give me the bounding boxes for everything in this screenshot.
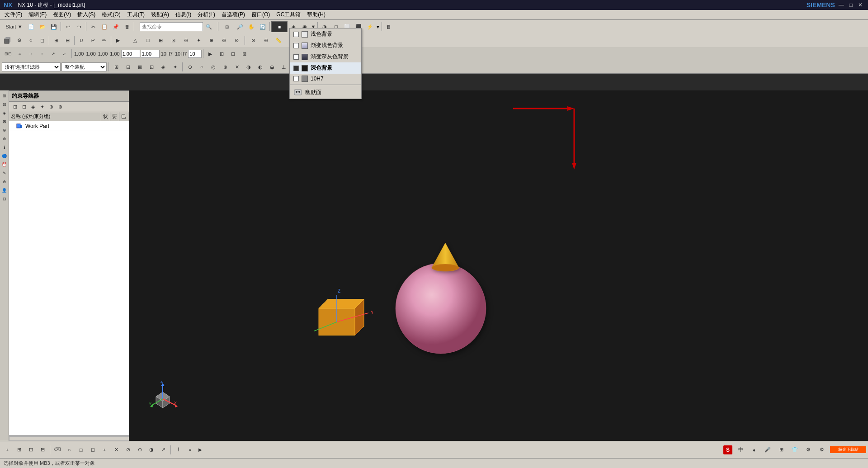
panel-tb-btn1[interactable]: ⊞: [11, 103, 19, 111]
search-button[interactable]: 🔍: [203, 21, 214, 32]
menu-help[interactable]: 帮助(H): [304, 10, 328, 19]
revolve-button[interactable]: ⚙: [14, 35, 25, 46]
side-icon-13[interactable]: ⊟: [1, 195, 8, 203]
sel-btn4[interactable]: ⊡: [146, 61, 157, 72]
filter-btn4[interactable]: ⊡: [168, 35, 179, 46]
snap-btn[interactable]: ⊙: [248, 35, 259, 46]
status-apps[interactable]: ⚙: [803, 444, 814, 455]
panel-hscroll[interactable]: [9, 435, 137, 441]
more-button[interactable]: ▶: [113, 35, 123, 46]
paste-button[interactable]: 📌: [110, 21, 121, 32]
filter-btn6[interactable]: ✦: [193, 35, 204, 46]
extrude-button[interactable]: [3, 35, 14, 46]
search-input[interactable]: [140, 22, 203, 31]
btm-btn14[interactable]: ↗: [158, 444, 169, 455]
undo-button[interactable]: ↩: [62, 21, 73, 32]
btm-btn5[interactable]: ⌫: [52, 444, 63, 455]
bg-option-light[interactable]: 浅色背景: [290, 28, 361, 40]
btm-btn2[interactable]: ⊞: [14, 444, 24, 455]
dimstyle-btn[interactable]: ⊞: [216, 48, 227, 59]
panel-tb-btn3[interactable]: ◈: [29, 103, 37, 111]
constraints-btn[interactable]: ⊞⊟: [3, 48, 14, 59]
sel-btn2[interactable]: ⊟: [123, 61, 133, 72]
btm-btn7[interactable]: □: [75, 444, 86, 455]
pattern-feature-btn[interactable]: ⊞: [51, 35, 61, 46]
side-icon-8[interactable]: 🔵: [1, 152, 8, 160]
assembly-dropdown[interactable]: 整个装配: [61, 62, 107, 71]
sel-btn5[interactable]: ◈: [158, 61, 169, 72]
measure-btn[interactable]: 📏: [273, 35, 284, 46]
panel-tb-btn2[interactable]: ⊟: [20, 103, 28, 111]
tree-item-workpart[interactable]: Work Part: [9, 121, 137, 131]
status-record[interactable]: 🎤: [762, 444, 773, 455]
snap-to-center[interactable]: ⊕: [220, 61, 231, 72]
sel-btn3[interactable]: ⊠: [134, 61, 145, 72]
trim-button[interactable]: ✂: [87, 35, 98, 46]
status-grid[interactable]: ⊞: [776, 444, 787, 455]
sel-btn6[interactable]: ✦: [170, 61, 180, 72]
btm-btn3[interactable]: ⊡: [25, 444, 36, 455]
bg-option-10h7[interactable]: 10H7: [290, 74, 361, 84]
btm-btn10[interactable]: ✕: [111, 444, 122, 455]
filter-btn1[interactable]: △: [130, 35, 141, 46]
btm-more-btn[interactable]: ▶: [196, 444, 204, 455]
filter-btn8[interactable]: ⊗: [218, 35, 229, 46]
level-btn[interactable]: ⊟: [227, 48, 238, 59]
menu-tools[interactable]: 工具(T): [124, 10, 147, 19]
dim-btn1[interactable]: ↔: [25, 48, 36, 59]
menu-analysis[interactable]: 分析(L): [195, 10, 218, 19]
menu-info[interactable]: 信息(I): [173, 10, 194, 19]
shell-button[interactable]: ◻: [37, 35, 47, 46]
btm-btn9[interactable]: +: [99, 444, 110, 455]
save-button[interactable]: 💾: [48, 21, 59, 32]
side-icon-10[interactable]: ✎: [1, 170, 8, 177]
inherit-btn[interactable]: ⊠: [239, 48, 250, 59]
open-button[interactable]: 📂: [37, 21, 48, 32]
filter-btn5[interactable]: ⊛: [180, 35, 191, 46]
filter-dropdown[interactable]: 没有选择过滤器: [2, 62, 61, 71]
side-icon-9[interactable]: ⏰: [1, 161, 8, 168]
snap-to-tang[interactable]: ◒: [267, 61, 278, 72]
render-dropdown[interactable]: ▼: [376, 24, 380, 29]
snap-to-mid[interactable]: ◎: [208, 61, 219, 72]
menu-window[interactable]: 窗口(O): [249, 10, 273, 19]
status-zh[interactable]: 中: [735, 444, 746, 455]
menu-assembly[interactable]: 装配(A): [148, 10, 172, 19]
filter-btn2[interactable]: □: [142, 35, 153, 46]
filter-btn3[interactable]: ⊞: [155, 35, 166, 46]
pattern-geo-btn[interactable]: ⊟: [62, 35, 73, 46]
minimize-button[interactable]: —: [837, 2, 846, 8]
union-button[interactable]: ∪: [76, 35, 87, 46]
side-icon-5[interactable]: ⊛: [1, 127, 8, 134]
side-icon-11[interactable]: ⊜: [1, 178, 8, 185]
dim-input-3[interactable]: [188, 50, 202, 58]
btm-btn4[interactable]: ⊟: [37, 444, 48, 455]
snap-to-int[interactable]: ✕: [231, 61, 242, 72]
btm-btn13[interactable]: ◑: [146, 444, 157, 455]
status-settings[interactable]: ⚙: [816, 444, 827, 455]
copy-button[interactable]: 📋: [99, 21, 110, 32]
bg-ghost-option[interactable]: 幽默面: [290, 86, 361, 99]
btm-btn11[interactable]: ⊘: [123, 444, 133, 455]
panel-tb-btn5[interactable]: ⊕: [47, 103, 55, 111]
side-icon-7[interactable]: ℹ: [1, 144, 8, 151]
redo-button[interactable]: ↪: [74, 21, 85, 32]
status-mic[interactable]: ♦: [749, 444, 760, 455]
view-orient-button[interactable]: ⊞: [220, 21, 234, 32]
btm-btn1[interactable]: +: [2, 444, 13, 455]
btm-btn16[interactable]: ⌅: [184, 444, 195, 455]
side-icon-6[interactable]: ⊕: [1, 135, 8, 142]
new-button[interactable]: 📄: [26, 21, 37, 32]
bg-option-grad-dark[interactable]: 渐变深灰色背景: [290, 51, 361, 62]
status-shirt[interactable]: 👕: [789, 444, 800, 455]
snap-to-grid[interactable]: ⊙: [184, 61, 195, 72]
rotate-button[interactable]: 🔄: [257, 21, 268, 32]
side-icon-12[interactable]: 👤: [1, 187, 8, 194]
modify-button[interactable]: ✏: [99, 35, 109, 46]
bg-option-dark[interactable]: 深色背景: [290, 62, 361, 74]
menu-insert[interactable]: 插入(S): [75, 10, 98, 19]
side-icon-1[interactable]: ⊞: [1, 92, 8, 99]
close-button[interactable]: ✕: [856, 2, 864, 8]
zoom-button[interactable]: 🔎: [235, 21, 245, 32]
filter-btn9[interactable]: ⊘: [231, 35, 242, 46]
